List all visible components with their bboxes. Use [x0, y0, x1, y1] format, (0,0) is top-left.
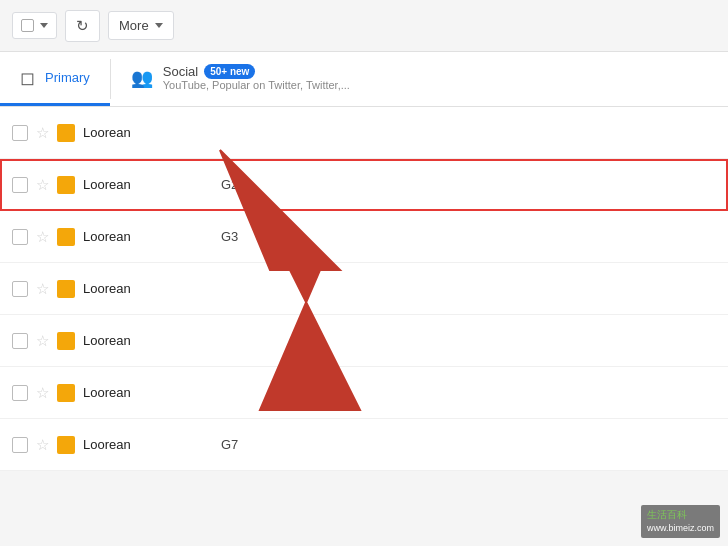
- more-chevron-icon: [155, 23, 163, 28]
- tab-primary-label: Primary: [45, 70, 90, 85]
- watermark-line2: www.bimeiz.com: [647, 522, 714, 535]
- row-sender: Loorean: [83, 333, 213, 348]
- tab-social-text: Social 50+ new YouTube, Popular on Twitt…: [163, 64, 350, 91]
- email-row[interactable]: ☆ Loorean G3: [0, 211, 728, 263]
- tab-social-label: Social: [163, 64, 198, 79]
- label-folder-icon: [57, 228, 75, 246]
- inbox-icon: ◻: [20, 67, 35, 89]
- watermark-line1: 生活百科: [647, 508, 714, 522]
- label-folder-icon: [57, 176, 75, 194]
- label-folder-icon: [57, 436, 75, 454]
- email-row[interactable]: ☆ Loorean G7: [0, 419, 728, 471]
- email-row[interactable]: ☆ Loorean: [0, 107, 728, 159]
- star-icon[interactable]: ☆: [36, 436, 49, 454]
- more-button[interactable]: More: [108, 11, 174, 40]
- star-icon[interactable]: ☆: [36, 124, 49, 142]
- row-checkbox[interactable]: [12, 437, 28, 453]
- star-icon[interactable]: ☆: [36, 176, 49, 194]
- label-folder-icon: [57, 384, 75, 402]
- toolbar: ↻ More: [0, 0, 728, 52]
- row-sender: Loorean: [83, 229, 213, 244]
- refresh-icon: ↻: [76, 17, 89, 35]
- refresh-button[interactable]: ↻: [65, 10, 100, 42]
- social-icon: 👥: [131, 67, 153, 89]
- row-checkbox[interactable]: [12, 385, 28, 401]
- row-checkbox[interactable]: [12, 125, 28, 141]
- star-icon[interactable]: ☆: [36, 332, 49, 350]
- checkbox-inner: [21, 19, 34, 32]
- tab-social[interactable]: 👥 Social 50+ new YouTube, Popular on Twi…: [111, 52, 370, 106]
- star-icon[interactable]: ☆: [36, 384, 49, 402]
- row-subject: G3: [221, 229, 716, 244]
- label-folder-icon: [57, 332, 75, 350]
- more-label: More: [119, 18, 149, 33]
- select-checkbox-button[interactable]: [12, 12, 57, 39]
- watermark: 生活百科 www.bimeiz.com: [641, 505, 720, 538]
- row-subject: G2: [221, 177, 716, 192]
- email-row[interactable]: ☆ Loorean: [0, 315, 728, 367]
- tab-social-subtitle: YouTube, Popular on Twitter, Twitter,...: [163, 79, 350, 91]
- row-sender: Loorean: [83, 125, 213, 140]
- label-folder-icon: [57, 124, 75, 142]
- star-icon[interactable]: ☆: [36, 280, 49, 298]
- row-checkbox[interactable]: [12, 229, 28, 245]
- email-list: ☆ Loorean ☆ Loorean G2 ☆ Loorean G3 ☆ Lo…: [0, 107, 728, 471]
- tab-primary[interactable]: ◻ Primary: [0, 52, 110, 106]
- row-checkbox[interactable]: [12, 281, 28, 297]
- checkbox-chevron-icon: [40, 23, 48, 28]
- row-checkbox[interactable]: [12, 333, 28, 349]
- row-sender: Loorean: [83, 437, 213, 452]
- email-row[interactable]: ☆ Loorean G2: [0, 159, 728, 211]
- row-sender: Loorean: [83, 177, 213, 192]
- email-row[interactable]: ☆ Loorean: [0, 367, 728, 419]
- email-row[interactable]: ☆ Loorean: [0, 263, 728, 315]
- row-sender: Loorean: [83, 281, 213, 296]
- row-sender: Loorean: [83, 385, 213, 400]
- social-badge: 50+ new: [204, 64, 255, 79]
- star-icon[interactable]: ☆: [36, 228, 49, 246]
- row-checkbox[interactable]: [12, 177, 28, 193]
- label-folder-icon: [57, 280, 75, 298]
- tabs-bar: ◻ Primary 👥 Social 50+ new YouTube, Popu…: [0, 52, 728, 107]
- row-subject: G7: [221, 437, 716, 452]
